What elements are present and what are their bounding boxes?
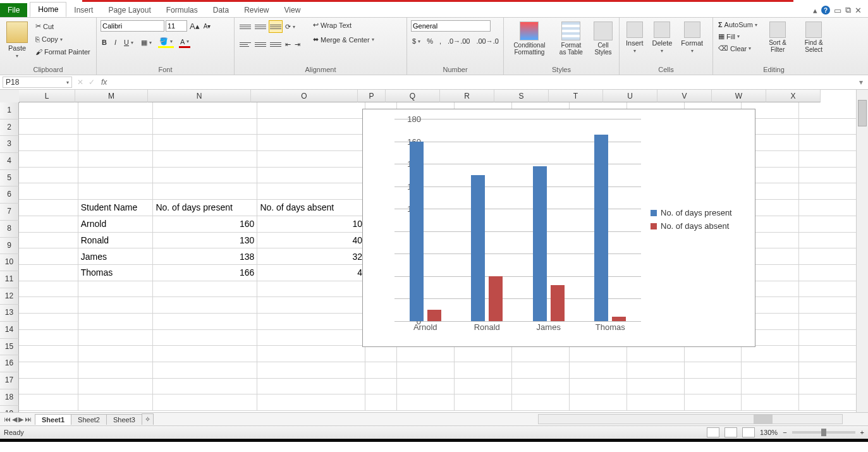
- cell-X4[interactable]: [799, 151, 857, 168]
- cell-M11[interactable]: Thomas: [78, 265, 154, 281]
- prev-sheet-icon[interactable]: ◀: [12, 415, 17, 424]
- cell-X8[interactable]: [799, 216, 857, 233]
- col-header-L[interactable]: L: [19, 90, 75, 102]
- col-header-Q[interactable]: Q: [386, 90, 440, 102]
- insert-cells-button[interactable]: Insert▾: [623, 20, 646, 64]
- cell-N2[interactable]: [153, 119, 257, 135]
- row-header-9[interactable]: 9: [0, 238, 19, 255]
- clear-button[interactable]: ⌫Clear▾: [717, 44, 759, 53]
- zoom-in-button[interactable]: +: [860, 429, 864, 436]
- row-header-1[interactable]: 1: [0, 102, 19, 119]
- font-size-input[interactable]: [166, 20, 187, 32]
- sheet-tab-2[interactable]: Sheet2: [71, 414, 107, 425]
- increase-font-icon[interactable]: A▴: [188, 21, 201, 32]
- cell-U17[interactable]: [627, 362, 685, 379]
- cell-N12[interactable]: [153, 281, 257, 298]
- cell-Q17[interactable]: [397, 362, 455, 379]
- cell-N16[interactable]: [153, 346, 257, 362]
- zoom-out-button[interactable]: −: [783, 429, 786, 436]
- cell-N19[interactable]: [153, 394, 257, 411]
- zoom-slider[interactable]: [792, 431, 855, 434]
- cell-M9[interactable]: Ronald: [78, 233, 154, 249]
- cell-M4[interactable]: [78, 151, 154, 168]
- format-as-table-button[interactable]: Format as Table: [555, 20, 587, 64]
- zoom-thumb[interactable]: [821, 429, 826, 436]
- cell-M13[interactable]: [78, 297, 154, 314]
- cell-L4[interactable]: [19, 151, 78, 168]
- row-header-18[interactable]: 18: [0, 389, 19, 406]
- cell-L7[interactable]: [19, 200, 78, 216]
- page-break-view-button[interactable]: [742, 427, 755, 437]
- cell-M5[interactable]: [78, 168, 154, 184]
- align-top-button[interactable]: [238, 20, 252, 33]
- cell-M15[interactable]: [78, 330, 154, 346]
- decrease-font-icon[interactable]: A▾: [202, 22, 212, 30]
- cell-O3[interactable]: [257, 135, 365, 151]
- cell-T17[interactable]: [570, 362, 627, 379]
- normal-view-button[interactable]: [707, 427, 719, 437]
- currency-button[interactable]: $▾: [411, 37, 422, 46]
- percent-button[interactable]: %: [425, 37, 434, 46]
- col-header-X[interactable]: X: [766, 90, 821, 102]
- row-header-12[interactable]: 12: [0, 288, 19, 305]
- cell-Q16[interactable]: [397, 346, 455, 362]
- cell-O15[interactable]: [257, 330, 365, 346]
- comma-button[interactable]: ,: [438, 37, 443, 46]
- cell-O14[interactable]: [257, 314, 365, 330]
- cancel-icon[interactable]: ✕: [75, 78, 86, 87]
- cell-O9[interactable]: 40: [257, 233, 365, 249]
- formula-input[interactable]: [111, 77, 854, 87]
- cell-M8[interactable]: Arnold: [78, 216, 154, 233]
- col-header-W[interactable]: W: [712, 90, 766, 102]
- hscroll-thumb[interactable]: [754, 415, 773, 424]
- cell-X17[interactable]: [799, 362, 857, 379]
- cell-U16[interactable]: [627, 346, 685, 362]
- select-all-corner[interactable]: [0, 90, 20, 103]
- row-header-11[interactable]: 11: [0, 271, 19, 288]
- increase-decimal-button[interactable]: .0→.00: [446, 37, 471, 46]
- cell-N15[interactable]: [153, 330, 257, 346]
- cell-X2[interactable]: [799, 119, 857, 135]
- cell-O6[interactable]: [257, 183, 365, 200]
- cell-N10[interactable]: 138: [153, 248, 257, 265]
- cell-M7[interactable]: Student Name: [78, 200, 154, 216]
- expand-formula-icon[interactable]: ▾: [854, 78, 868, 87]
- cell-X5[interactable]: [799, 168, 857, 184]
- cell-M12[interactable]: [78, 281, 154, 298]
- copy-button[interactable]: ⎘Copy▾: [34, 35, 92, 44]
- col-header-V[interactable]: V: [657, 90, 712, 102]
- conditional-formatting-button[interactable]: Conditional Formatting: [508, 20, 551, 64]
- cell-M6[interactable]: [78, 183, 154, 200]
- paste-button[interactable]: Paste ▾: [4, 20, 30, 64]
- underline-button[interactable]: U▾: [123, 38, 135, 47]
- caret-icon[interactable]: ▴: [813, 6, 817, 15]
- cell-N5[interactable]: [153, 168, 257, 184]
- align-right-button[interactable]: [269, 38, 283, 51]
- cell-O4[interactable]: [257, 151, 365, 168]
- vertical-scrollbar[interactable]: [856, 90, 868, 412]
- cell-R16[interactable]: [455, 346, 512, 362]
- format-painter-button[interactable]: 🖌Format Painter: [34, 47, 92, 56]
- cell-L18[interactable]: [19, 379, 78, 395]
- sort-filter-button[interactable]: Sort & Filter: [762, 20, 793, 64]
- new-sheet-button[interactable]: ✧: [142, 413, 154, 425]
- tab-page-layout[interactable]: Page Layout: [101, 3, 158, 17]
- cell-V17[interactable]: [685, 362, 742, 379]
- autosum-button[interactable]: ΣAutoSum▾: [717, 20, 759, 29]
- cell-V18[interactable]: [685, 379, 742, 395]
- col-header-N[interactable]: N: [148, 90, 251, 102]
- cell-L13[interactable]: [19, 297, 78, 314]
- orientation-button[interactable]: ⟳▾: [284, 22, 296, 32]
- cell-N1[interactable]: [153, 102, 257, 119]
- cell-L10[interactable]: [19, 248, 78, 265]
- italic-button[interactable]: I: [113, 38, 118, 47]
- cell-X18[interactable]: [799, 379, 857, 395]
- vscroll-thumb[interactable]: [858, 100, 867, 126]
- row-header-4[interactable]: 4: [0, 153, 19, 170]
- cell-N6[interactable]: [153, 183, 257, 200]
- cell-O19[interactable]: [257, 394, 365, 411]
- wrap-text-button[interactable]: ↩Wrap Text: [312, 20, 376, 30]
- cell-L3[interactable]: [19, 135, 78, 151]
- close-icon[interactable]: ✕: [855, 6, 862, 15]
- decrease-decimal-button[interactable]: .00→.0: [475, 37, 499, 46]
